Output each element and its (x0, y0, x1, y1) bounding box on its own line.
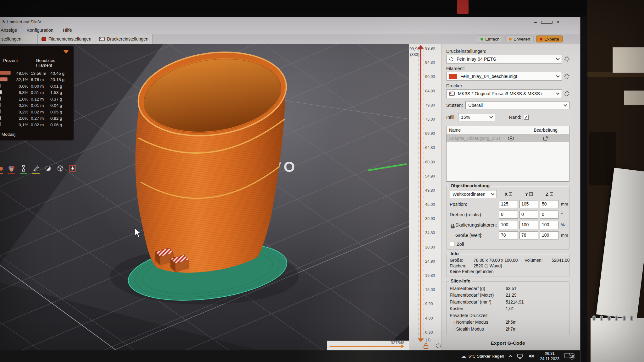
manip-z-input[interactable]: 50 (540, 200, 559, 208)
manipulation-label: Position: (450, 202, 497, 207)
tab-filamenteinstellungen[interactable]: Filamenteinstellungen (38, 34, 95, 44)
manip-z-input[interactable]: 100 (540, 231, 559, 239)
legend-row: m 48,5% 13.56 m 40.45 g (0, 70, 74, 77)
mode-label: Erweitert (514, 37, 530, 41)
legend-swatch (0, 122, 1, 126)
object-list-header: Name Bearbeitung (447, 126, 569, 134)
close-button[interactable]: × (552, 19, 564, 25)
layer-tick-label: 60,00 (425, 160, 435, 164)
print-settings-gear-button[interactable] (564, 57, 569, 62)
inches-checkbox[interactable] (450, 242, 454, 246)
legend-row: 6,3% 0.51 m 1.53 g (0, 90, 74, 96)
taskbar-clock[interactable]: 06:31 24.11.2023 (540, 351, 559, 361)
slice-info-label: - Normaler Modus (450, 320, 506, 325)
layer-tick-label: 4,80 (425, 316, 435, 321)
model-status: Keine Fehler gefunden (450, 269, 566, 274)
unit-label: mm (560, 202, 571, 206)
manip-x-input[interactable]: 78 (499, 231, 518, 239)
tab-druckeinstellungen[interactable]: stellungen (0, 34, 38, 44)
multicolor-icon[interactable] (7, 165, 15, 174)
weather-cloud-icon: ☁ (461, 353, 466, 359)
layer-tick-label: 0,30 (425, 330, 435, 335)
viewport-3d[interactable]: O (0, 44, 409, 350)
object-row[interactable]: Adapter_Absaugung_2.STL (447, 134, 569, 142)
weather-widget[interactable]: ☁ 6°C Starker Regen (461, 353, 504, 359)
gcode-move-slider[interactable]: 327548 (327, 341, 409, 350)
tab-druckereinstellungen[interactable]: Druckereinstellungen (95, 34, 153, 44)
print-settings-select[interactable]: Fein Inlay 04 PETG (446, 55, 562, 63)
manip-y-input[interactable]: 105 (519, 200, 538, 208)
edit-tool-icon[interactable] (32, 165, 40, 174)
move-slider-track[interactable] (330, 346, 401, 347)
legend-swatch (0, 90, 2, 94)
manipulation-row: Größe [Welt]: 78 78 100 mm (450, 231, 566, 239)
shelf-box (624, 90, 644, 105)
network-icon[interactable] (517, 354, 523, 359)
slice-info-row: - Normaler Modus 2h5m (450, 319, 566, 326)
slider-settings-gear-icon[interactable] (436, 343, 441, 348)
export-gcode-button[interactable]: Export G-Code (446, 338, 569, 348)
layer-slider-top-handle[interactable] (418, 45, 424, 49)
maximize-button[interactable] (541, 19, 552, 25)
filament-color-swatch (449, 74, 457, 79)
app-window: .6.1 basiert auf Slic3r – × Anzeige Konf… (0, 17, 580, 362)
menu-anzeige[interactable]: Anzeige (1, 28, 17, 33)
coordinates-select[interactable]: Weltkoordinaten (450, 190, 497, 198)
legend-collapse-icon[interactable] (64, 50, 69, 54)
legend-swatch (0, 103, 1, 107)
supports-select[interactable]: Überall (465, 101, 569, 109)
mode-erweitert-button[interactable]: Erweitert (505, 36, 534, 42)
edit-object-icon[interactable] (522, 136, 569, 141)
printer-gear-button[interactable] (564, 91, 569, 96)
manip-x-input[interactable]: 0 (499, 211, 518, 219)
filament-gear-button[interactable] (564, 74, 569, 79)
layer-slider[interactable]: 99,90 (333) 99,9094,8090,0084,9079,8075,… (409, 44, 441, 350)
chevron-down-icon (491, 192, 494, 195)
menu-hilfe[interactable]: Hilfe (63, 28, 72, 33)
legend-swatch (0, 116, 1, 120)
minimize-button[interactable]: – (530, 19, 541, 25)
manip-z-input[interactable]: 100 (540, 221, 559, 229)
hourglass-icon[interactable] (19, 165, 28, 174)
menu-konfiguration[interactable]: Konfiguration (26, 28, 53, 33)
legend-rows: m 48,5% 13.56 m 40.45 g n 32,1% (0, 70, 74, 128)
manip-x-input[interactable]: 125 (499, 200, 518, 208)
red-dot-icon (540, 38, 542, 41)
mode-einfach-button[interactable]: Einfach (477, 36, 503, 42)
brim-checkbox[interactable]: ✓ (524, 115, 529, 120)
layer-slider-bottom-handle[interactable] (418, 338, 424, 342)
manip-y-input[interactable]: 100 (519, 221, 538, 229)
partial-icon[interactable] (0, 165, 3, 174)
manip-x-input[interactable]: 100 (499, 221, 518, 229)
chevron-down-icon (564, 103, 567, 106)
manip-z-input[interactable]: 0 (540, 211, 559, 219)
mode-experte-button[interactable]: Experte (536, 36, 563, 42)
printer-select[interactable]: MK3S * Original Prusa i3 MK3S & MK3S+ (446, 89, 562, 98)
import-icon[interactable] (69, 165, 77, 174)
layer-tick-label: 69,90 (425, 131, 435, 136)
filament-select[interactable]: Fein_Inlay_04_beschleunigt (446, 72, 562, 81)
tray-chevron-up-icon[interactable] (508, 355, 513, 359)
lock-icon[interactable] (423, 343, 429, 350)
manipulation-title: Objektbearbeitung (449, 183, 491, 188)
layer-slider-track[interactable] (420, 49, 421, 341)
col-name: Name (447, 126, 500, 134)
uniform-scale-lock-icon[interactable] (450, 223, 455, 230)
notification-icon[interactable]: 18 (564, 352, 575, 360)
layer-tick-label: 34,80 (425, 231, 435, 235)
size-label: Größe: (450, 258, 474, 263)
wireframe-cube-icon[interactable] (56, 165, 64, 174)
manip-y-input[interactable]: 0 (519, 211, 538, 219)
visibility-eye-icon[interactable] (500, 136, 522, 140)
taskbar: ☁ 6°C Starker Regen 06:31 24.11.2023 18 (0, 350, 580, 362)
speaker-icon[interactable] (528, 354, 535, 359)
infill-select[interactable]: 15% (458, 113, 495, 121)
half-disc-icon[interactable] (44, 165, 52, 174)
filament-value: Fein_Inlay_04_beschleunigt (460, 74, 553, 79)
orange-dot-icon (509, 38, 512, 41)
slice-info-value: 2h5m (506, 320, 566, 325)
room-background (587, 0, 644, 362)
faces-label: Flächen: (450, 264, 474, 268)
manip-y-input[interactable]: 78 (519, 231, 538, 239)
monitor-bezel-top (0, 0, 587, 17)
